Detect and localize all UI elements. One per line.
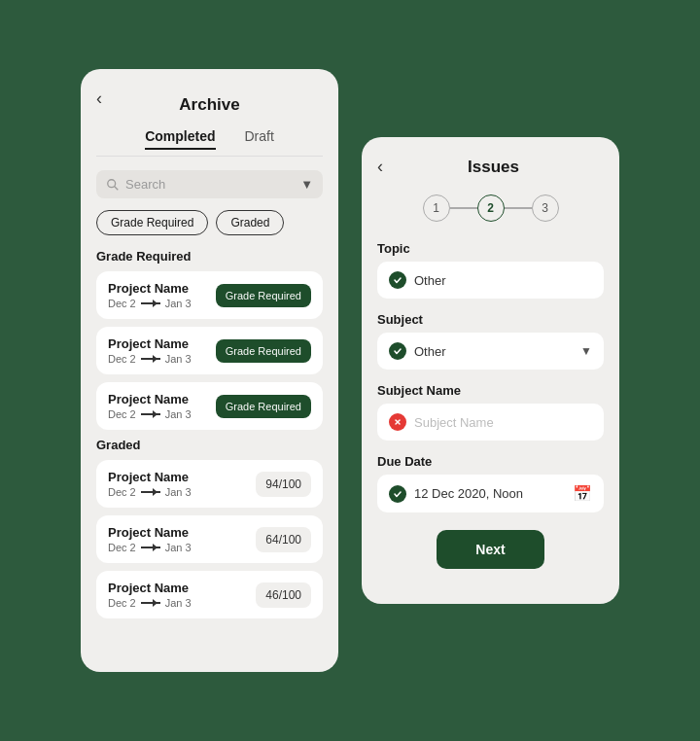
table-row[interactable]: Project Name Dec 2 Jan 3 Grade Required bbox=[96, 327, 323, 374]
tab-completed[interactable]: Completed bbox=[145, 128, 215, 150]
due-date-label: Due Date bbox=[377, 454, 604, 469]
grade-score: 94/100 bbox=[256, 472, 311, 497]
search-bar[interactable]: Search ▼ bbox=[96, 170, 323, 198]
search-icon bbox=[106, 178, 120, 192]
chevron-down-icon: ▼ bbox=[580, 344, 592, 358]
due-date-input[interactable]: 12 Dec 2020, Noon 📅 bbox=[377, 475, 604, 512]
step-3[interactable]: 3 bbox=[532, 194, 559, 222]
topic-field-section: Topic Other bbox=[377, 241, 604, 299]
filter-icon[interactable]: ▼ bbox=[300, 177, 313, 192]
table-row[interactable]: Project Name Dec 2 Jan 3 64/100 bbox=[96, 515, 323, 563]
project-dates: Dec 2 Jan 3 bbox=[108, 486, 192, 498]
subject-value: Other bbox=[414, 344, 446, 359]
subject-input[interactable]: Other ▼ bbox=[377, 333, 604, 370]
subject-name-input[interactable]: Subject Name bbox=[377, 404, 604, 441]
subject-label: Subject bbox=[377, 312, 604, 327]
subject-name-label: Subject Name bbox=[377, 383, 604, 398]
project-name: Project Name bbox=[108, 470, 192, 484]
next-button[interactable]: Next bbox=[437, 530, 543, 569]
project-name: Project Name bbox=[108, 281, 192, 296]
graded-filter[interactable]: Graded bbox=[216, 210, 284, 235]
due-date-check-icon bbox=[389, 485, 406, 503]
grade-score: 64/100 bbox=[256, 527, 311, 552]
grade-score: 46/100 bbox=[256, 582, 311, 608]
archive-title: Archive bbox=[96, 95, 323, 115]
grade-required-badge[interactable]: Grade Required bbox=[216, 395, 311, 418]
issues-panel: ‹ Issues 1 2 3 Topic Other Subject bbox=[362, 137, 619, 604]
step-1[interactable]: 1 bbox=[423, 194, 450, 222]
project-dates: Dec 2 Jan 3 bbox=[108, 408, 192, 420]
calendar-icon: 📅 bbox=[573, 484, 592, 503]
archive-tabs: Completed Draft bbox=[96, 128, 323, 157]
grade-required-badge[interactable]: Grade Required bbox=[216, 339, 311, 363]
step-2[interactable]: 2 bbox=[477, 194, 505, 222]
svg-line-1 bbox=[115, 186, 119, 190]
project-dates: Dec 2 Jan 3 bbox=[108, 298, 192, 309]
due-date-field-section: Due Date 12 Dec 2020, Noon 📅 bbox=[377, 454, 604, 512]
grade-required-filter[interactable]: Grade Required bbox=[96, 210, 208, 235]
topic-check-icon bbox=[389, 271, 406, 289]
step-line-2 bbox=[505, 207, 532, 209]
project-name: Project Name bbox=[108, 392, 192, 406]
topic-input[interactable]: Other bbox=[377, 262, 604, 299]
issues-title: Issues bbox=[383, 158, 604, 177]
grade-required-badge[interactable]: Grade Required bbox=[216, 284, 311, 307]
project-dates: Dec 2 Jan 3 bbox=[108, 542, 192, 553]
subject-field-section: Subject Other ▼ bbox=[377, 312, 604, 370]
project-name: Project Name bbox=[108, 336, 192, 351]
search-input[interactable]: Search bbox=[125, 177, 295, 192]
table-row[interactable]: Project Name Dec 2 Jan 3 Grade Required bbox=[96, 382, 323, 430]
table-row[interactable]: Project Name Dec 2 Jan 3 46/100 bbox=[96, 571, 323, 618]
topic-value: Other bbox=[414, 273, 446, 288]
subject-name-field-section: Subject Name Subject Name bbox=[377, 383, 604, 441]
archive-back-button[interactable]: ‹ bbox=[96, 88, 102, 109]
subject-check-icon bbox=[389, 342, 406, 360]
svg-point-0 bbox=[108, 179, 116, 187]
project-name: Project Name bbox=[108, 581, 192, 595]
subject-name-error-icon bbox=[389, 413, 406, 431]
issues-header: ‹ Issues bbox=[377, 157, 604, 177]
table-row[interactable]: Project Name Dec 2 Jan 3 Grade Required bbox=[96, 271, 323, 319]
graded-section-label: Graded bbox=[96, 438, 323, 452]
subject-name-placeholder: Subject Name bbox=[414, 415, 494, 430]
filter-buttons-row: Grade Required Graded bbox=[96, 210, 323, 235]
topic-label: Topic bbox=[377, 241, 604, 256]
step-line-1 bbox=[450, 207, 477, 209]
due-date-value: 12 Dec 2020, Noon bbox=[414, 486, 523, 501]
project-name: Project Name bbox=[108, 525, 192, 540]
table-row[interactable]: Project Name Dec 2 Jan 3 94/100 bbox=[96, 460, 323, 508]
grade-required-section-label: Grade Required bbox=[96, 249, 323, 264]
stepper: 1 2 3 bbox=[377, 194, 604, 222]
project-dates: Dec 2 Jan 3 bbox=[108, 597, 192, 609]
archive-panel: ‹ Archive Completed Draft Search ▼ Grade… bbox=[81, 69, 338, 672]
tab-draft[interactable]: Draft bbox=[245, 128, 274, 150]
project-dates: Dec 2 Jan 3 bbox=[108, 353, 192, 365]
